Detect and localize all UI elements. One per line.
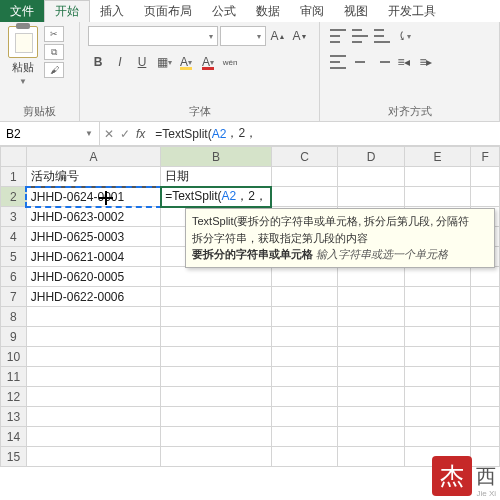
tab-home[interactable]: 开始 [44,0,90,22]
cell[interactable] [338,327,404,347]
paste-button[interactable]: 粘贴 ▼ [8,26,38,86]
cell[interactable] [338,307,404,327]
cell[interactable] [161,347,272,367]
row-header[interactable]: 1 [1,167,27,187]
cell[interactable] [404,307,470,327]
phonetic-button[interactable]: wén [220,52,240,72]
font-size-combo[interactable]: ▾ [220,26,266,46]
col-header-D[interactable]: D [338,147,404,167]
cell[interactable] [26,447,160,467]
cell[interactable] [404,427,470,447]
cell[interactable] [338,427,404,447]
row-header[interactable]: 6 [1,267,27,287]
cell[interactable] [471,287,500,307]
cell[interactable] [26,407,160,427]
cell[interactable] [338,407,404,427]
cell[interactable] [404,287,470,307]
cell[interactable] [404,347,470,367]
align-top-button[interactable] [328,26,348,46]
cell-B2-editing[interactable]: =TextSplit(A2，2， [161,187,272,207]
cell[interactable]: JHHD-0623-0002 [26,207,160,227]
cell[interactable] [471,187,500,207]
cell[interactable] [26,427,160,447]
cell[interactable]: JHHD-0620-0005 [26,267,160,287]
row-header[interactable]: 3 [1,207,27,227]
cell[interactable] [471,307,500,327]
cell[interactable] [26,387,160,407]
fill-color-button[interactable]: A▾ [176,52,196,72]
cell[interactable] [161,267,272,287]
cell-A2[interactable]: JHHD-0624-0001 [26,187,160,207]
align-center-button[interactable] [350,52,370,72]
cell[interactable] [338,167,404,187]
cell[interactable] [271,167,337,187]
col-header-A[interactable]: A [26,147,160,167]
col-header-F[interactable]: F [471,147,500,167]
cell[interactable] [471,167,500,187]
cell[interactable] [161,307,272,327]
formula-input[interactable]: =TextSplit(A2，2， [149,122,500,145]
cell[interactable] [271,447,337,467]
row-header[interactable]: 14 [1,427,27,447]
tab-review[interactable]: 审阅 [290,0,334,22]
cell[interactable] [271,307,337,327]
cell[interactable] [161,367,272,387]
row-header[interactable]: 15 [1,447,27,467]
cell[interactable] [271,287,337,307]
insert-function-button[interactable]: fx [136,127,145,141]
align-bottom-button[interactable] [372,26,392,46]
col-header-C[interactable]: C [271,147,337,167]
cell[interactable] [161,427,272,447]
cell[interactable] [404,167,470,187]
cell[interactable] [26,347,160,367]
worksheet[interactable]: A B C D E F 1 活动编号 日期 2 JHHD-0624-0001 =… [0,146,500,467]
tab-formulas[interactable]: 公式 [202,0,246,22]
increase-font-button[interactable]: A▲ [268,26,288,46]
cell[interactable] [161,287,272,307]
align-left-button[interactable] [328,52,348,72]
cell[interactable] [338,267,404,287]
cell[interactable]: 活动编号 [26,167,160,187]
cell[interactable]: JHHD-0625-0003 [26,227,160,247]
border-button[interactable]: ▦▾ [154,52,174,72]
row-header[interactable]: 12 [1,387,27,407]
tab-dev[interactable]: 开发工具 [378,0,446,22]
row-header[interactable]: 5 [1,247,27,267]
underline-button[interactable]: U [132,52,152,72]
increase-indent-button[interactable]: ≡▸ [416,52,436,72]
accept-formula-button[interactable]: ✓ [120,127,130,141]
font-family-combo[interactable]: ▾ [88,26,218,46]
cell[interactable] [271,387,337,407]
row-header[interactable]: 9 [1,327,27,347]
copy-button[interactable]: ⧉ [44,44,64,60]
cell[interactable] [404,407,470,427]
cell[interactable] [271,187,337,207]
tab-view[interactable]: 视图 [334,0,378,22]
row-header[interactable]: 8 [1,307,27,327]
cell[interactable] [404,367,470,387]
cell[interactable] [338,187,404,207]
cell[interactable] [161,387,272,407]
cut-button[interactable]: ✂ [44,26,64,42]
cell[interactable] [471,327,500,347]
orientation-button[interactable]: ⤹▾ [394,26,414,46]
cell[interactable] [471,407,500,427]
row-header[interactable]: 7 [1,287,27,307]
cell[interactable]: 日期 [161,167,272,187]
format-painter-button[interactable]: 🖌 [44,62,64,78]
italic-button[interactable]: I [110,52,130,72]
col-header-B[interactable]: B [161,147,272,167]
cell[interactable] [471,427,500,447]
cell[interactable] [26,327,160,347]
cell[interactable] [471,267,500,287]
col-header-E[interactable]: E [404,147,470,167]
cell[interactable] [271,407,337,427]
select-all-corner[interactable] [1,147,27,167]
row-header[interactable]: 4 [1,227,27,247]
cell[interactable] [161,407,272,427]
cell[interactable] [161,447,272,467]
font-color-button[interactable]: A▾ [198,52,218,72]
cell[interactable] [338,387,404,407]
cell[interactable] [161,327,272,347]
row-header[interactable]: 10 [1,347,27,367]
